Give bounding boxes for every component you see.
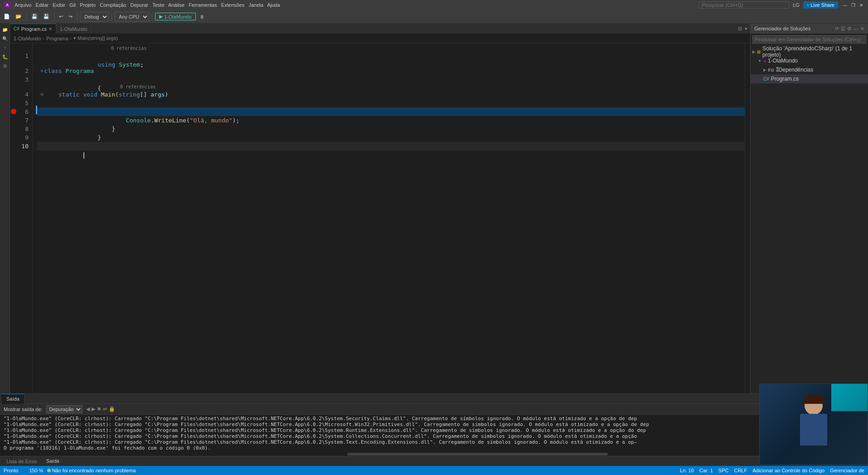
collapse-class-icon[interactable]: ⊟ [41, 67, 43, 75]
output-tab-saida[interactable]: Saída [2, 394, 24, 404]
right-panel: Gerenciador de Soluções ⟳ ☰ ⚙ — ✕ ▶ ⊞ So… [750, 24, 868, 393]
run-button[interactable]: ▶ 1-OlaMundo [155, 13, 196, 20]
toolbar-save[interactable]: 💾 [29, 13, 39, 20]
breadcrumb-project[interactable]: 1-OlaMundo [14, 36, 41, 41]
tree-item-solution[interactable]: ▶ ⊞ Solução 'AprendendoCSharp' (1 de 1 p… [751, 47, 868, 56]
webcam-background [760, 384, 868, 465]
bottom-tab-errors[interactable]: Lista de Erros [2, 456, 42, 466]
tab-project[interactable]: 1-OlaMundo [56, 24, 92, 34]
hscroll-thumb[interactable] [347, 453, 608, 456]
tab-bar: C# Program.cs ✕ 1-OlaMundo ⊟ ▾ [10, 24, 750, 34]
code-line-8: } [37, 125, 745, 133]
project-label: 1-OlaMundo [768, 58, 798, 64]
solution-manager-label: Gerenciador de [830, 468, 864, 473]
tab-close-btn[interactable]: ✕ [48, 26, 52, 31]
status-line[interactable]: Ln: 10 [680, 468, 694, 473]
program-cs-label: Program.cs [771, 76, 799, 82]
status-center: 150 % Não foi encontrado nenhum problema [29, 468, 136, 473]
output-next-btn[interactable]: ▶ [92, 406, 95, 412]
line-num-9: 9 [10, 133, 32, 142]
panel-close-btn[interactable]: ✕ [860, 26, 864, 32]
ready-label: Pronto [4, 468, 18, 473]
status-no-problems[interactable]: Não foi encontrado nenhum problema [47, 468, 136, 473]
restore-button[interactable]: ❐ [850, 2, 856, 8]
zoom-label: 150 % [29, 468, 43, 473]
breadcrumb-method[interactable]: ▾ Main(string[] args) [73, 35, 118, 41]
panel-settings-btn[interactable]: ⚙ [847, 26, 852, 32]
solution-search-container [751, 34, 868, 45]
window-controls[interactable]: — ❐ ✕ [842, 2, 864, 8]
code-content[interactable]: 0 referências using System; ⊟ class Prog… [37, 44, 745, 393]
live-share-button[interactable]: ↑ Live Share [803, 1, 838, 9]
annotation-1: 0 referências [107, 45, 745, 52]
output-hscroll[interactable] [0, 452, 868, 456]
toolbar-new-file[interactable]: 📄 [2, 13, 12, 20]
code-line-10 [37, 142, 745, 150]
dependencies-label: ⁑Dependências [776, 67, 814, 73]
show-output-label: Mostrar saída de: [4, 407, 43, 412]
solution-search-input[interactable] [752, 35, 866, 44]
title-bar: A Arquivo Editar Exibir Git Projeto Comp… [0, 0, 868, 10]
output-line-4: "1-OlaMundo.exe" (CoreCLR: clrhost): Car… [4, 433, 864, 439]
bottom-tabs-row: Lista de Erros Saída [0, 456, 868, 466]
debug-config-dropdown[interactable]: Debug [80, 12, 109, 22]
minimap[interactable] [745, 44, 750, 393]
breadcrumb-class[interactable]: Programa [46, 36, 68, 41]
hair-shape [804, 395, 824, 404]
sidebar-git-icon[interactable]: ⑂ [1, 44, 9, 52]
sidebar-explorer-icon[interactable]: 📁 [1, 25, 9, 34]
platform-dropdown[interactable]: Any CPU [115, 12, 149, 22]
output-content[interactable]: "1-OlaMundo.exe" (CoreCLR: clrhost): Car… [0, 415, 868, 452]
panel-filter-btn[interactable]: ☰ [841, 26, 845, 32]
toolbar-save-all[interactable]: 💾 [41, 13, 51, 20]
annotation-main: 0 referências [116, 84, 745, 90]
status-zoom[interactable]: 150 % [29, 468, 43, 473]
status-encoding[interactable]: SPC [718, 468, 729, 473]
debug-step-btn[interactable]: ⏸ [198, 13, 206, 20]
global-search-input[interactable] [698, 1, 789, 9]
toolbar-undo[interactable]: ↩ [57, 13, 65, 20]
sidebar-extensions-icon[interactable]: ⊞ [1, 62, 9, 70]
editor-container: C# Program.cs ✕ 1-OlaMundo ⊟ ▾ 1-OlaMund… [10, 24, 750, 393]
line-num-3: 3 [10, 75, 32, 84]
panel-sync-btn[interactable]: ⟳ [835, 26, 839, 32]
status-line-ending[interactable]: CRLF [734, 468, 747, 473]
tree-item-program-cs[interactable]: C# Program.cs [751, 74, 868, 83]
output-word-wrap-btn[interactable]: ⇌ [103, 406, 107, 412]
sidebar-search-icon[interactable]: 🔍 [1, 34, 9, 43]
panel-minimize-btn[interactable]: — [853, 26, 858, 32]
tree-item-dependencies[interactable]: ▶ #⊙ ⁑Dependências [751, 65, 868, 74]
toolbar-open[interactable]: 📂 [14, 13, 24, 20]
status-pronto: Pronto [4, 468, 18, 473]
status-solution-manager[interactable]: Gerenciador de [830, 468, 864, 473]
output-source-dropdown[interactable]: Depuração [46, 405, 82, 413]
breadcrumb-bar: 1-OlaMundo › Programa › ▾ Main(string[] … [10, 34, 750, 44]
line-num-2: 2 [10, 67, 32, 75]
status-col[interactable]: Car: 1 [699, 468, 713, 473]
solution-icon: ⊞ [757, 49, 761, 54]
tab-split-btn[interactable]: ⊟ [737, 25, 743, 33]
code-editor[interactable]: · 1 · 2 3 · 4 5 6 7 8 9 10 [10, 44, 750, 393]
output-clear-btn[interactable]: ✖ [97, 406, 101, 412]
output-prev-btn[interactable]: ◀ [86, 406, 90, 412]
code-line-6: Console.WriteLine("Olá, mundo"); [37, 107, 745, 116]
minimize-button[interactable]: — [842, 2, 848, 8]
status-bar: Pronto 150 % Não foi encontrado nenhum p… [0, 466, 868, 475]
user-avatar[interactable]: LG [793, 2, 800, 8]
tab-program-cs[interactable]: C# Program.cs ✕ [10, 24, 56, 34]
close-button[interactable]: ✕ [858, 2, 864, 8]
sidebar-debug-icon[interactable]: 🐛 [1, 53, 9, 61]
line-num-annotation-2: · [10, 60, 32, 67]
solution-explorer-title: Gerenciador de Soluções [754, 26, 810, 31]
breadcrumb-sep-2: › [70, 36, 72, 41]
code-line-7: } [37, 116, 745, 125]
code-line-9 [37, 133, 745, 142]
output-lock-btn[interactable]: 🔒 [109, 406, 115, 412]
toolbar-redo[interactable]: ↪ [67, 13, 74, 20]
bottom-tab-output[interactable]: Saída [42, 456, 64, 466]
status-add-source-control[interactable]: Adicionar ao Controle do Código [752, 468, 824, 473]
collapse-main-icon[interactable]: ⊟ [41, 90, 43, 99]
webcam-overlay [759, 383, 868, 465]
bg-cyan-accent [831, 384, 868, 411]
tab-overflow-btn[interactable]: ▾ [744, 25, 748, 33]
